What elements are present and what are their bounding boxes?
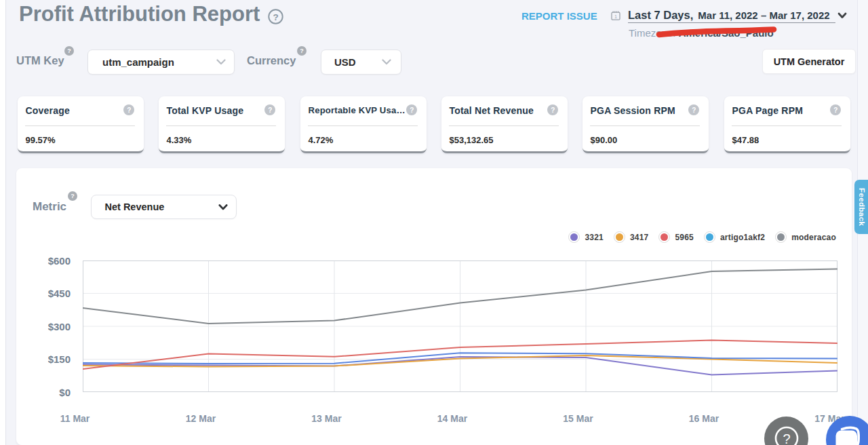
svg-text:?: ? bbox=[273, 12, 278, 22]
svg-text:?: ? bbox=[783, 431, 790, 445]
svg-text:1: 1 bbox=[614, 14, 617, 19]
